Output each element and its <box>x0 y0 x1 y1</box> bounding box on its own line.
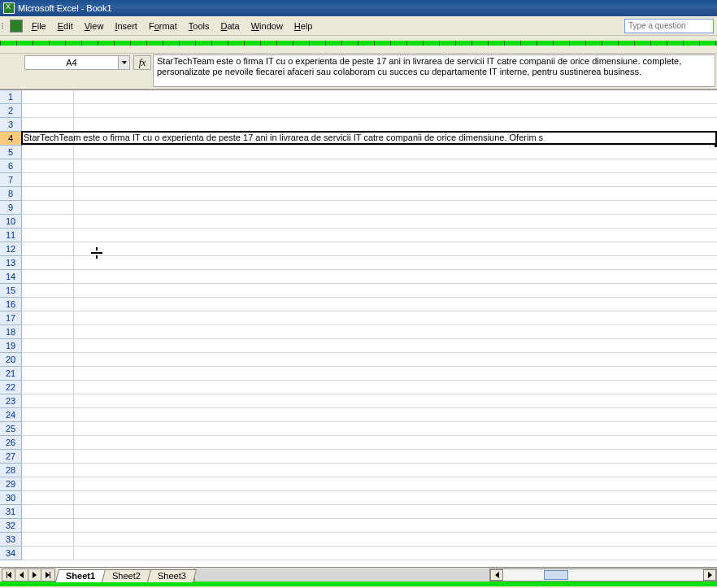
row-header[interactable]: 7 <box>0 173 22 187</box>
scroll-thumb[interactable] <box>544 570 568 580</box>
cell[interactable] <box>22 146 74 159</box>
cell[interactable] <box>22 547 74 560</box>
table-row[interactable] <box>22 298 717 311</box>
worksheet-grid[interactable]: 1234567891011121314151617181920212223242… <box>0 89 717 567</box>
name-box[interactable]: A4 <box>24 55 130 70</box>
table-row[interactable] <box>22 381 717 394</box>
sheet-tab[interactable]: Sheet1 <box>55 569 106 582</box>
tab-split-handle[interactable] <box>194 568 489 581</box>
menu-format[interactable]: Format <box>143 19 183 33</box>
cells-area[interactable]: StarTechTeam este o firma IT cu o experi… <box>22 90 717 567</box>
table-row[interactable]: StarTechTeam este o firma IT cu o experi… <box>22 132 717 146</box>
cell[interactable] <box>22 173 74 187</box>
sheet-nav-first[interactable] <box>2 569 15 581</box>
table-row[interactable] <box>22 187 717 201</box>
row-header[interactable]: 34 <box>0 547 22 560</box>
cell[interactable] <box>22 450 74 464</box>
scroll-track[interactable] <box>503 569 703 581</box>
cell[interactable] <box>22 256 74 270</box>
row-header[interactable]: 4 <box>0 132 22 146</box>
sheet-tab[interactable]: Sheet3 <box>147 569 197 582</box>
cell[interactable] <box>22 464 74 477</box>
menu-help[interactable]: Help <box>289 19 319 33</box>
table-row[interactable] <box>22 90 717 104</box>
row-header[interactable]: 5 <box>0 146 22 159</box>
name-box-dropdown[interactable] <box>118 56 129 69</box>
row-header[interactable]: 22 <box>0 381 22 394</box>
table-row[interactable] <box>22 422 717 436</box>
row-header[interactable]: 16 <box>0 298 22 311</box>
cell[interactable] <box>22 201 74 215</box>
table-row[interactable] <box>22 339 717 353</box>
row-header[interactable]: 10 <box>0 215 22 229</box>
row-header[interactable]: 14 <box>0 270 22 284</box>
cell[interactable] <box>22 408 74 422</box>
app-control-icon[interactable] <box>10 20 23 33</box>
standard-toolbar[interactable] <box>0 36 717 54</box>
scroll-left-button[interactable] <box>490 569 503 581</box>
cell[interactable] <box>22 215 74 229</box>
cell[interactable] <box>22 505 74 519</box>
insert-function-button[interactable]: fx <box>133 55 151 70</box>
table-row[interactable] <box>22 367 717 381</box>
table-row[interactable] <box>22 408 717 422</box>
cell[interactable] <box>22 325 74 339</box>
sheet-nav-prev[interactable] <box>15 569 28 581</box>
cell[interactable] <box>22 284 74 298</box>
table-row[interactable] <box>22 547 717 560</box>
row-header[interactable]: 27 <box>0 450 22 464</box>
row-header[interactable]: 18 <box>0 325 22 339</box>
cell[interactable] <box>22 311 74 325</box>
row-header[interactable]: 23 <box>0 394 22 408</box>
row-header[interactable]: 21 <box>0 367 22 381</box>
table-row[interactable] <box>22 118 717 132</box>
sheet-tab[interactable]: Sheet2 <box>102 569 151 582</box>
help-question-input[interactable] <box>624 19 714 33</box>
table-row[interactable] <box>22 311 717 325</box>
cell[interactable] <box>22 533 74 547</box>
table-row[interactable] <box>22 270 717 284</box>
cell[interactable] <box>22 436 74 450</box>
scroll-right-button[interactable] <box>703 569 716 581</box>
formula-bar[interactable]: StarTechTeam este o firma IT cu o experi… <box>153 54 715 87</box>
cell[interactable] <box>22 519 74 533</box>
table-row[interactable] <box>22 159 717 173</box>
cell[interactable] <box>22 491 74 505</box>
cell[interactable] <box>22 90 74 104</box>
row-header[interactable]: 11 <box>0 229 22 242</box>
menu-file[interactable]: File <box>26 19 52 33</box>
row-header[interactable]: 33 <box>0 533 22 547</box>
table-row[interactable] <box>22 505 717 519</box>
row-header[interactable]: 24 <box>0 408 22 422</box>
cell[interactable] <box>22 159 74 173</box>
table-row[interactable] <box>22 491 717 505</box>
table-row[interactable] <box>22 242 717 256</box>
cell[interactable] <box>22 104 74 118</box>
table-row[interactable] <box>22 229 717 242</box>
row-header[interactable]: 1 <box>0 90 22 104</box>
row-header[interactable]: 13 <box>0 256 22 270</box>
cell[interactable] <box>22 187 74 201</box>
row-header[interactable]: 32 <box>0 519 22 533</box>
table-row[interactable] <box>22 477 717 491</box>
row-header[interactable]: 17 <box>0 311 22 325</box>
cell[interactable] <box>22 229 74 242</box>
table-row[interactable] <box>22 353 717 367</box>
row-header[interactable]: 6 <box>0 159 22 173</box>
cell[interactable] <box>22 339 74 353</box>
cell[interactable] <box>22 118 74 132</box>
cell[interactable] <box>22 298 74 311</box>
row-header[interactable]: 8 <box>0 187 22 201</box>
row-header[interactable]: 25 <box>0 422 22 436</box>
table-row[interactable] <box>22 464 717 477</box>
row-header[interactable]: 31 <box>0 505 22 519</box>
cell[interactable] <box>22 394 74 408</box>
horizontal-scrollbar[interactable] <box>489 568 717 581</box>
cell[interactable] <box>22 270 74 284</box>
cell[interactable] <box>22 367 74 381</box>
table-row[interactable] <box>22 450 717 464</box>
table-row[interactable] <box>22 146 717 159</box>
row-header[interactable]: 2 <box>0 104 22 118</box>
row-header[interactable]: 20 <box>0 353 22 367</box>
cell[interactable] <box>22 422 74 436</box>
